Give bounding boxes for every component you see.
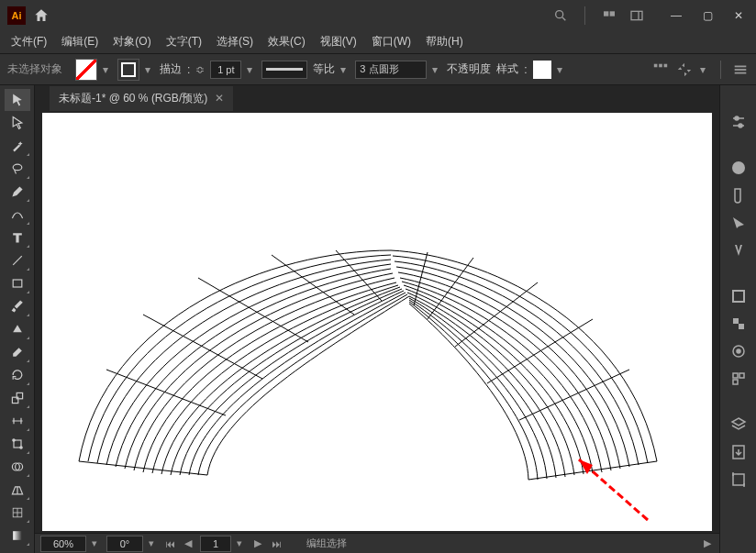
menu-effect[interactable]: 效果(C) xyxy=(262,31,311,52)
maximize-button[interactable]: ▢ xyxy=(697,6,717,26)
mesh-tool[interactable] xyxy=(5,502,30,524)
first-page-icon[interactable]: ⏮ xyxy=(163,538,176,549)
artboard-input[interactable] xyxy=(200,536,231,552)
shaper-tool[interactable] xyxy=(5,318,30,340)
rotate-tool[interactable] xyxy=(5,364,30,386)
menu-view[interactable]: 视图(V) xyxy=(315,31,362,52)
profile-label: 等比 xyxy=(313,61,335,77)
next-page-icon[interactable]: ▶ xyxy=(251,537,264,549)
layout-grid-icon[interactable] xyxy=(602,8,617,23)
svg-rect-7 xyxy=(659,63,662,67)
separator xyxy=(584,6,585,25)
menu-window[interactable]: 窗口(W) xyxy=(366,31,417,52)
chevron-down-icon[interactable]: ▾ xyxy=(247,63,256,76)
curvature-tool[interactable] xyxy=(5,204,30,226)
chevron-down-icon[interactable]: ▾ xyxy=(103,63,112,76)
home-icon[interactable] xyxy=(33,7,50,24)
svg-rect-41 xyxy=(733,380,738,384)
menu-icon[interactable] xyxy=(732,61,749,78)
svg-point-33 xyxy=(732,161,745,174)
chevron-down-icon[interactable]: ▾ xyxy=(149,537,158,549)
pen-tool[interactable] xyxy=(5,181,30,203)
color-icon[interactable] xyxy=(729,159,748,177)
menu-select[interactable]: 选择(S) xyxy=(211,31,259,52)
svg-point-19 xyxy=(19,447,21,448)
artboards-icon[interactable] xyxy=(729,470,748,489)
svg-point-18 xyxy=(12,439,14,441)
chevron-down-icon[interactable]: ▾ xyxy=(432,63,441,76)
chevron-down-icon[interactable]: ▾ xyxy=(340,63,350,76)
swatches-icon[interactable] xyxy=(729,186,748,205)
svg-point-32 xyxy=(739,124,742,127)
chevron-down-icon[interactable]: ▾ xyxy=(700,63,709,76)
menu-edit[interactable]: 编辑(E) xyxy=(56,31,104,52)
svg-rect-3 xyxy=(610,11,615,16)
chevron-down-icon[interactable]: ▾ xyxy=(237,537,246,549)
chevron-down-icon[interactable]: ▾ xyxy=(557,63,566,76)
close-icon[interactable]: ✕ xyxy=(215,92,224,105)
free-transform-tool[interactable] xyxy=(5,433,30,455)
magic-wand-tool[interactable] xyxy=(5,135,30,157)
canvas[interactable] xyxy=(42,113,712,531)
menu-help[interactable]: 帮助(H) xyxy=(420,31,469,52)
svg-rect-39 xyxy=(733,373,738,378)
chevron-down-icon[interactable]: ▾ xyxy=(92,537,101,549)
properties-icon[interactable] xyxy=(729,113,748,131)
close-button[interactable]: ✕ xyxy=(728,6,749,26)
variable-width-input[interactable] xyxy=(355,61,427,79)
layers-icon[interactable] xyxy=(729,415,748,434)
scale-tool[interactable] xyxy=(5,387,30,409)
lasso-tool[interactable] xyxy=(5,158,30,180)
menu-text[interactable]: 文字(T) xyxy=(161,31,207,52)
style-swatch[interactable] xyxy=(533,61,551,79)
perspective-tool[interactable] xyxy=(5,479,30,501)
stroke-swatch[interactable] xyxy=(117,59,139,81)
stroke-panel-icon[interactable] xyxy=(729,287,748,305)
svg-point-30 xyxy=(735,116,739,120)
fill-swatch[interactable] xyxy=(75,59,97,81)
svg-rect-43 xyxy=(733,474,744,485)
rectangle-tool[interactable] xyxy=(5,272,30,294)
width-tool[interactable] xyxy=(5,410,30,432)
nav-next-icon[interactable]: ▶ xyxy=(701,537,714,549)
asset-export-icon[interactable] xyxy=(729,443,748,461)
transform-icon[interactable] xyxy=(676,61,693,78)
svg-point-38 xyxy=(737,349,740,353)
stroke-profile-preview[interactable] xyxy=(261,61,307,79)
layout-panel-icon[interactable] xyxy=(629,8,644,23)
minimize-button[interactable]: — xyxy=(666,6,686,26)
transparency-icon[interactable] xyxy=(729,315,748,333)
align-icon[interactable] xyxy=(652,61,669,78)
gradient-tool[interactable] xyxy=(5,525,30,547)
menu-object[interactable]: 对象(O) xyxy=(107,31,156,52)
graphic-styles-icon[interactable] xyxy=(729,370,748,388)
document-tab-title: 未标题-1* @ 60 % (RGB/预览) xyxy=(59,91,207,106)
selection-tool[interactable] xyxy=(5,89,30,111)
menu-file[interactable]: 文件(F) xyxy=(6,31,52,52)
appearance-icon[interactable] xyxy=(729,342,748,360)
mode-label: 编组选择 xyxy=(306,536,347,550)
stroke-stepper[interactable]: ≎ xyxy=(195,63,205,76)
chevron-down-icon[interactable]: ▾ xyxy=(145,63,154,76)
direct-selection-tool[interactable] xyxy=(5,112,30,134)
zoom-input[interactable] xyxy=(40,536,86,552)
brushes-icon[interactable] xyxy=(729,214,748,232)
line-tool[interactable] xyxy=(5,249,30,271)
stroke-label: 描边 xyxy=(160,61,182,77)
svg-rect-34 xyxy=(733,291,744,302)
type-panel-icon[interactable] xyxy=(729,241,748,260)
eraser-tool[interactable] xyxy=(5,341,30,363)
search-icon[interactable] xyxy=(553,8,568,23)
right-panel-strip xyxy=(719,85,756,553)
stroke-weight-input[interactable] xyxy=(210,61,241,79)
svg-rect-6 xyxy=(654,63,658,67)
rotation-input[interactable] xyxy=(106,536,143,552)
paintbrush-tool[interactable] xyxy=(5,295,30,317)
shape-builder-tool[interactable] xyxy=(5,456,30,478)
last-page-icon[interactable]: ⏭ xyxy=(270,538,283,549)
prev-page-icon[interactable]: ◀ xyxy=(182,537,195,549)
svg-rect-15 xyxy=(12,397,17,403)
type-tool[interactable] xyxy=(5,227,30,249)
document-tab[interactable]: 未标题-1* @ 60 % (RGB/预览) ✕ xyxy=(50,86,233,111)
svg-rect-2 xyxy=(604,11,608,16)
